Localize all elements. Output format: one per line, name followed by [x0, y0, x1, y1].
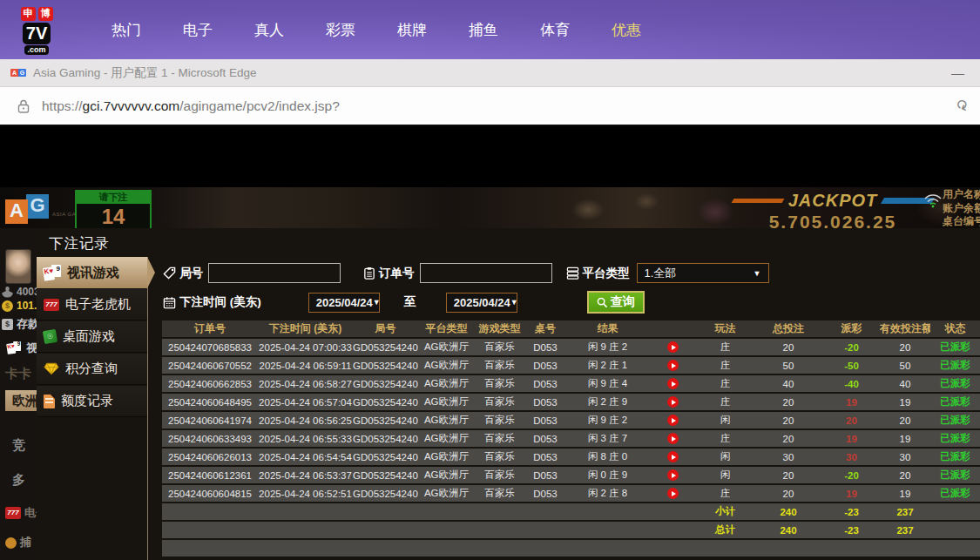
- cell-platform: AG欧洲厅: [418, 412, 475, 428]
- replay-play-icon[interactable]: [667, 415, 679, 426]
- live-game-strip: A G ASIA GAMING 请下注 14 JACKPOT 5,705,026…: [0, 187, 980, 228]
- col-header: 总投注: [754, 320, 823, 337]
- cell-replay: [649, 485, 697, 502]
- cell-round: GD053254240OK: [353, 449, 418, 465]
- table-row: 2504240606123612025-04-24 06:53:37GD0532…: [162, 467, 980, 483]
- background-lobby-column: 4003$101.$存款9K♥视卡卡欧洲竞多777电子捕: [0, 228, 37, 560]
- sidebar-tab-视讯游戏[interactable]: 9K♥视讯游戏: [37, 257, 147, 288]
- nav-item-优惠[interactable]: 优惠: [591, 11, 662, 49]
- lobby-bg-item: 4003: [2, 286, 37, 298]
- replay-play-icon[interactable]: [667, 433, 679, 444]
- cell-round: GD053254240OI: [353, 467, 418, 483]
- replay-play-icon[interactable]: [667, 341, 679, 353]
- cell-empty: [930, 522, 980, 538]
- nav-item-捕鱼[interactable]: 捕鱼: [448, 11, 519, 49]
- replay-play-icon[interactable]: [667, 360, 679, 371]
- nav-item-电子[interactable]: 电子: [162, 11, 233, 49]
- cell-platform: AG欧洲厅: [418, 357, 475, 374]
- bet-records-table: 订单号下注时间 (美东)局号平台类型游戏类型桌号结果玩法总投注派彩有效投注额状态…: [162, 319, 980, 558]
- platform-type-select[interactable]: 1.全部 ▼: [637, 263, 769, 283]
- cell-empty: [880, 540, 930, 557]
- sidebar-tab-积分查询[interactable]: 积分查询: [37, 354, 147, 385]
- replay-play-icon[interactable]: [667, 488, 679, 499]
- date-from-select[interactable]: 2025/04/24 ▼: [308, 293, 380, 313]
- cell-result: 闲 2 庄 9: [566, 394, 649, 410]
- cell-empty: [697, 540, 754, 557]
- date-to-select[interactable]: 2025/04/24 ▼: [446, 293, 517, 313]
- table-games-icon: ☉: [43, 329, 57, 344]
- cell-empty: [649, 522, 697, 538]
- cell-payout: 19: [823, 485, 880, 502]
- cell-sum-bet: 240: [754, 522, 823, 538]
- nav-item-彩票[interactable]: 彩票: [305, 11, 376, 49]
- cell-status: 已派彩: [930, 467, 980, 483]
- cell-game: 百家乐: [475, 412, 524, 428]
- replay-play-icon[interactable]: [667, 469, 679, 481]
- sidebar-tab-桌面游戏[interactable]: ☉桌面游戏: [37, 321, 147, 353]
- query-button[interactable]: 查询: [587, 291, 645, 314]
- nav-item-热门[interactable]: 热门: [91, 11, 162, 49]
- nav-item-真人[interactable]: 真人: [233, 11, 305, 49]
- lobby-bg-item: $101.: [2, 300, 37, 312]
- bet-countdown-label: 请下注: [75, 190, 152, 204]
- cell-time: 2025-04-24 06:55:33: [258, 430, 353, 447]
- minimize-button[interactable]: —: [946, 65, 970, 80]
- replay-play-icon[interactable]: [667, 451, 679, 462]
- points-gem-icon: [44, 362, 59, 375]
- slot-777-icon: 777: [44, 299, 59, 311]
- replay-play-icon[interactable]: [667, 378, 679, 389]
- cell-result: 闲 2 庄 8: [566, 485, 649, 502]
- order-number-input[interactable]: [420, 263, 552, 283]
- cell-sum-payout: -23: [823, 522, 880, 538]
- site-logo[interactable]: 申 博 7V .com: [16, 7, 57, 55]
- cell-method: 庄: [697, 394, 754, 410]
- slot-777-icon: 777: [5, 507, 21, 519]
- platform-list-icon: [566, 267, 579, 280]
- cell-round: GD053254240OS: [353, 339, 418, 355]
- filter-row-2: 下注时间 (美东) 2025/04/24 ▼ 至 2025/04/24 ▼ 查询: [163, 291, 645, 314]
- nav-item-棋牌[interactable]: 棋牌: [376, 11, 448, 49]
- replay-play-icon[interactable]: [667, 396, 679, 408]
- cell-sum-label: 小计: [697, 503, 754, 520]
- col-header: 局号: [353, 320, 418, 337]
- cell-empty: [524, 503, 566, 520]
- cell-platform: AG欧洲厅: [418, 449, 475, 465]
- date-from-value: 2025/04/24: [316, 296, 373, 309]
- cell-game: 百家乐: [475, 375, 524, 392]
- cell-status: 已派彩: [930, 339, 980, 355]
- site-top-nav: 申 博 7V .com 热门电子真人彩票棋牌捕鱼体育优惠: [0, 0, 980, 59]
- chevron-down-icon: ▼: [373, 298, 381, 307]
- cell-replay: [649, 467, 697, 483]
- cell-sum-label: 总计: [697, 522, 754, 538]
- cell-round: GD053254240OL: [353, 430, 418, 447]
- cell-order: 250424060612361: [162, 467, 258, 483]
- cell-empty: [353, 540, 418, 557]
- cell-valid-bet: 50: [880, 357, 930, 374]
- bet-time-label: 下注时间 (美东): [163, 294, 261, 310]
- cell-sum-valid: 237: [880, 522, 930, 538]
- nav-item-体育[interactable]: 体育: [519, 11, 591, 49]
- chevron-down-icon: ▼: [754, 269, 761, 278]
- cell-valid-bet: 19: [880, 485, 930, 502]
- url-input[interactable]: https://gci.7vvvvvv.com/agingame/pcv2/in…: [42, 98, 956, 114]
- cell-order: 250424060633493: [162, 430, 258, 447]
- cell-sum-valid: 237: [880, 503, 930, 520]
- cell-game: 百家乐: [475, 394, 524, 410]
- lock-icon[interactable]: [17, 99, 30, 113]
- subtotal-row: 小计240-23237: [162, 503, 980, 520]
- table-row: 2504240606484952025-04-24 06:57:04GD0532…: [162, 394, 980, 410]
- sidebar-tab-电子老虎机[interactable]: 777电子老虎机: [37, 289, 147, 320]
- logo-badge-bo: 博: [38, 7, 53, 21]
- cell-method: 庄: [697, 430, 754, 447]
- cell-empty: [649, 503, 697, 520]
- cell-table: D053: [524, 485, 566, 502]
- cell-total-bet: 50: [754, 357, 823, 374]
- col-header: 玩法: [697, 320, 754, 337]
- cell-order: 250424060648495: [162, 394, 258, 410]
- cell-game: 百家乐: [475, 339, 524, 355]
- cell-empty: [566, 522, 649, 538]
- sidebar-tab-额度记录[interactable]: 额度记录: [37, 386, 147, 417]
- browser-address-bar: https://gci.7vvvvvv.com/agingame/pcv2/in…: [0, 87, 980, 126]
- order-number-label: 订单号: [363, 266, 415, 281]
- round-number-input[interactable]: [208, 263, 341, 283]
